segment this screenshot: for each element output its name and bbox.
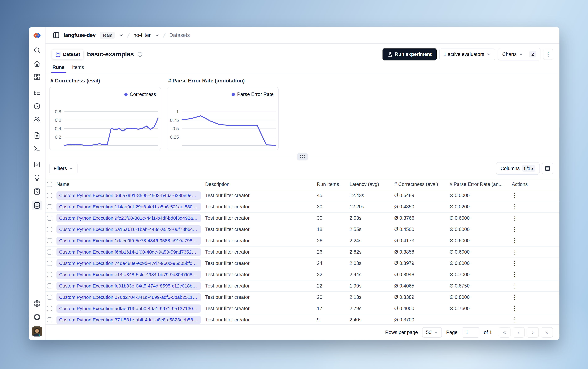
row-actions-menu[interactable]: ⋮ (512, 283, 518, 289)
row-checkbox[interactable] (47, 238, 52, 243)
columns-button[interactable]: Columns 8/15 (496, 162, 539, 174)
table-row[interactable]: Custom Python Execution 5a15a616-1bab-44… (46, 224, 559, 235)
run-name-link[interactable]: Custom Python Execution 1daec0f9-5e78-43… (57, 237, 201, 245)
run-name-link[interactable]: Custom Python Execution 74de488e-ec9d-47… (57, 259, 201, 267)
sidebar-item-prompts[interactable] (32, 131, 42, 139)
column-header-description[interactable]: Description (205, 182, 317, 187)
user-avatar[interactable] (32, 327, 42, 337)
charts-dropdown[interactable]: Charts 2 (498, 48, 540, 61)
org-switcher-chevron-icon[interactable] (119, 33, 123, 38)
sidebar-item-search[interactable] (32, 46, 42, 54)
select-all-checkbox[interactable] (47, 182, 52, 187)
breadcrumb-section[interactable]: Datasets (169, 32, 190, 38)
correctness-chart-block: # Correctness (eval) Correctness 0.20.40… (49, 78, 161, 150)
sidebar-item-support[interactable] (32, 313, 42, 321)
sidebar-item-tracing[interactable] (32, 89, 42, 97)
page-number-input[interactable] (462, 327, 480, 338)
row-checkbox[interactable] (47, 261, 52, 266)
resize-grip-handle[interactable] (297, 153, 308, 161)
row-checkbox[interactable] (47, 204, 52, 209)
latency-value: 12.43s (350, 193, 394, 198)
evaluators-dropdown[interactable]: 1 active evaluators (439, 49, 495, 60)
run-name-link[interactable]: Custom Python Execution 9fe23f98-881e-44… (57, 214, 201, 222)
row-actions-menu[interactable]: ⋮ (512, 237, 518, 244)
project-name[interactable]: no-filter (133, 32, 151, 38)
row-checkbox[interactable] (47, 272, 52, 277)
row-checkbox[interactable] (47, 227, 52, 232)
row-actions-menu[interactable]: ⋮ (512, 204, 518, 210)
row-actions-menu[interactable]: ⋮ (512, 249, 518, 255)
row-checkbox[interactable] (47, 295, 52, 300)
column-header-correctness[interactable]: # Correctness (eval) (394, 182, 450, 187)
table-row[interactable]: Custom Python Execution 076b2704-341d-48… (46, 292, 559, 303)
evaluators-label: 1 active evaluators (444, 51, 484, 57)
table-row[interactable]: Custom Python Execution e14fa348-5cfc-49… (46, 269, 559, 280)
langfuse-logo-icon[interactable] (33, 31, 41, 40)
table-row[interactable]: Custom Python Execution 74de488e-ec9d-47… (46, 258, 559, 269)
sidebar-item-users[interactable] (32, 115, 42, 123)
info-icon[interactable] (137, 52, 143, 57)
column-header-latency[interactable]: Latency (avg) (350, 182, 394, 187)
row-actions-menu[interactable]: ⋮ (512, 271, 518, 278)
row-height-button[interactable] (542, 163, 553, 174)
project-switcher-chevron-icon[interactable] (155, 33, 159, 38)
row-checkbox[interactable] (47, 317, 52, 322)
row-actions-menu[interactable]: ⋮ (512, 226, 518, 233)
table-row[interactable]: Custom Python Execution 1daec0f9-5e78-43… (46, 235, 559, 246)
table-row[interactable]: Custom Python Execution 9fe23f98-881e-44… (46, 213, 559, 224)
column-header-name[interactable]: Name (57, 179, 205, 190)
prev-page-button[interactable]: ‹ (513, 327, 525, 338)
filters-button[interactable]: Filters (49, 163, 78, 174)
run-name-link[interactable]: Custom Python Execution e14fa348-5cfc-49… (57, 271, 201, 279)
run-name-link[interactable]: Custom Python Execution fe91b83e-04a5-47… (57, 282, 201, 290)
sidebar-item-settings[interactable] (32, 299, 42, 308)
sidebar-item-home[interactable] (32, 60, 42, 68)
run-description: Test our filter creator (205, 238, 317, 244)
row-checkbox[interactable] (47, 215, 52, 221)
row-checkbox[interactable] (47, 283, 52, 288)
next-page-button[interactable]: › (527, 327, 539, 338)
run-name-link[interactable]: Custom Python Execution 076b2704-341d-48… (57, 293, 201, 301)
correctness-value: Ø 0.3858 (394, 249, 450, 255)
row-actions-menu[interactable]: ⋮ (512, 260, 518, 266)
run-name-link[interactable]: Custom Python Execution adfae619-abb0-4d… (57, 305, 201, 313)
column-header-run-items[interactable]: Run Items (317, 182, 350, 187)
row-actions-menu[interactable]: ⋮ (512, 294, 518, 300)
more-actions-button[interactable]: ⋮ (543, 49, 553, 60)
run-experiment-button[interactable]: Run experiment (382, 48, 437, 61)
sidebar-item-evaluation[interactable] (32, 161, 42, 169)
org-type-badge: Team (100, 32, 115, 39)
org-name[interactable]: langfuse-dev (64, 32, 96, 38)
run-name-link[interactable]: Custom Python Execution 114aa9ef-29e6-4e… (57, 203, 201, 211)
sidebar-item-dashboards[interactable] (32, 73, 42, 81)
first-page-button[interactable]: « (499, 327, 510, 338)
table-row[interactable]: Custom Python Execution adfae619-abb0-4d… (46, 303, 559, 314)
sidebar-item-annotation[interactable] (32, 187, 42, 195)
row-checkbox[interactable] (47, 249, 52, 255)
table-row[interactable]: Custom Python Execution d66e7991-8595-45… (46, 190, 559, 201)
column-header-parse-error-rate[interactable]: # Parse Error Rate (an... (450, 182, 509, 187)
sidebar-item-playground[interactable] (32, 145, 42, 153)
run-name-link[interactable]: Custom Python Execution 5a15a616-1bab-44… (57, 225, 201, 234)
row-checkbox[interactable] (47, 306, 52, 311)
sidebar-item-sessions[interactable] (32, 102, 42, 110)
row-actions-menu[interactable]: ⋮ (512, 192, 518, 199)
table-row[interactable]: Custom Python Execution f6bb1614-1f90-40… (46, 246, 559, 258)
last-page-button[interactable]: » (541, 327, 553, 338)
table-row[interactable]: Custom Python Execution 114aa9ef-29e6-4e… (46, 201, 559, 213)
row-actions-menu[interactable]: ⋮ (512, 317, 518, 323)
table-row[interactable]: Custom Python Execution 371f531c-abff-4d… (46, 314, 559, 324)
row-actions-menu[interactable]: ⋮ (512, 305, 518, 312)
sidebar-toggle-button[interactable] (53, 32, 60, 39)
tab-runs[interactable]: Runs (52, 64, 65, 73)
run-name-link[interactable]: Custom Python Execution 371f531c-abff-4d… (57, 316, 201, 324)
rows-per-page-select[interactable]: 50 (422, 327, 442, 338)
row-checkbox[interactable] (47, 193, 52, 198)
run-name-link[interactable]: Custom Python Execution d66e7991-8595-45… (57, 191, 201, 200)
tab-items[interactable]: Items (72, 64, 84, 73)
sidebar-item-insights[interactable] (32, 174, 42, 182)
table-row[interactable]: Custom Python Execution fe91b83e-04a5-47… (46, 280, 559, 292)
run-name-link[interactable]: Custom Python Execution f6bb1614-1f90-40… (57, 248, 201, 256)
row-actions-menu[interactable]: ⋮ (512, 215, 518, 221)
sidebar-item-datasets[interactable] (32, 201, 42, 210)
